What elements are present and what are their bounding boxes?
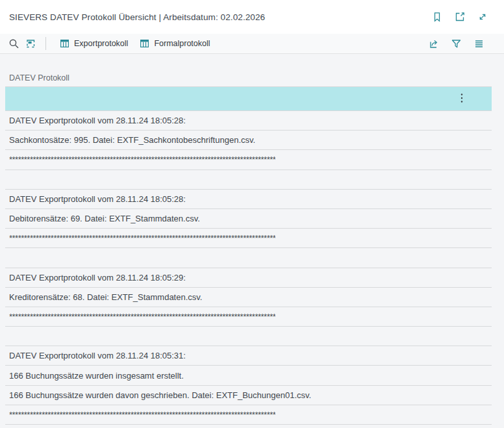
table-row[interactable]: DATEV Exportprotokoll vom 28.11.24 18:05… [5, 190, 492, 209]
protokoll-cell: Sachkontosätze: 995. Datei: EXTF_Sachkon… [9, 135, 255, 145]
table-row[interactable]: ****************************************… [5, 229, 492, 248]
table-row[interactable]: DATEV Exportprotokoll vom 28.11.24 18:05… [5, 268, 492, 288]
exportprotokoll-button[interactable]: Exportprotokoll [54, 36, 134, 51]
table-row[interactable]: 166 Buchungssätze wurden insgesamt erste… [5, 366, 492, 385]
filter-button[interactable] [447, 36, 464, 51]
column-header-datev-protokoll[interactable]: DATEV Protokoll [5, 62, 492, 87]
page-title: SIEVERS DATEV Protokoll Übersicht | Arbe… [9, 12, 265, 22]
open-in-new-window-icon [455, 12, 465, 22]
toolbar-divider [45, 37, 46, 50]
protokoll-cell: DATEV Exportprotokoll vom 28.11.24 18:05… [9, 194, 186, 204]
title-bar: SIEVERS DATEV Protokoll Übersicht | Arbe… [0, 0, 504, 34]
protokoll-cell: ****************************************… [9, 410, 275, 420]
exportprotokoll-label: Exportprotokoll [74, 39, 128, 48]
table-row[interactable]: ****************************************… [5, 405, 492, 425]
table-row[interactable] [5, 170, 492, 190]
table-row[interactable]: Sachkontosätze: 995. Datei: EXTF_Sachkon… [5, 131, 492, 150]
title-bar-actions [430, 10, 490, 24]
table-row[interactable] [5, 248, 492, 268]
table-row[interactable]: DATEV Exportprotokoll vom 28.11.24 18:05… [5, 346, 492, 366]
share-icon [428, 38, 439, 49]
show-list-button[interactable] [470, 36, 487, 51]
toolbar-right-actions [425, 36, 487, 51]
protokoll-cell: DATEV Exportprotokoll vom 28.11.24 18:05… [9, 351, 186, 360]
expand-icon [477, 12, 488, 22]
protokoll-cell: 166 Buchungssätze wurden davon geschrieb… [9, 390, 311, 400]
table-icon [140, 39, 149, 48]
protokoll-cell: ****************************************… [9, 233, 275, 243]
protokoll-cell: ****************************************… [9, 312, 275, 321]
table-row[interactable]: DATEV Exportprotokoll vom 28.11.24 18:05… [5, 111, 492, 131]
formalprotokoll-label: Formalprotokoll [154, 39, 210, 48]
protokoll-cell: Debitorensätze: 69. Datei: EXTF_Stammdat… [9, 214, 200, 223]
bookmark-icon [432, 12, 442, 22]
table-row[interactable]: Debitorensätze: 69. Datei: EXTF_Stammdat… [5, 209, 492, 229]
show-list-icon [473, 38, 485, 49]
search-button[interactable] [5, 36, 22, 51]
protokoll-cell: 166 Buchungssätze wurden insgesamt erste… [9, 371, 184, 381]
table-row[interactable]: 166 Buchungssätze wurden davon geschrieb… [5, 386, 492, 405]
filter-icon [451, 38, 462, 49]
bookmark-button[interactable] [430, 10, 444, 24]
protokoll-cell: ****************************************… [9, 155, 275, 164]
row-ellipsis-menu-button[interactable] [456, 92, 468, 106]
ellipsis-vertical-icon [460, 93, 463, 105]
protokoll-cell: DATEV Exportprotokoll vom 28.11.24 18:05… [9, 273, 186, 283]
table-row[interactable]: Kreditorensätze: 68. Datei: EXTF_Stammda… [5, 288, 492, 307]
table-icon [60, 39, 69, 48]
analyze-icon [25, 38, 36, 49]
formalprotokoll-button[interactable]: Formalprotokoll [134, 36, 216, 51]
protokoll-list: DATEV Protokoll DATEV Exportprotokoll vo… [0, 54, 504, 428]
action-toolbar: Exportprotokoll Formalprotokoll [0, 34, 504, 54]
share-button[interactable] [425, 36, 442, 51]
open-in-new-window-button[interactable] [453, 10, 467, 24]
table-row-selected[interactable] [5, 87, 492, 111]
protokoll-cell: Kreditorensätze: 68. Datei: EXTF_Stammda… [9, 292, 202, 302]
table-row[interactable]: ****************************************… [5, 150, 492, 170]
analyze-button[interactable] [22, 36, 39, 51]
protokoll-cell: DATEV Exportprotokoll vom 28.11.24 18:05… [9, 116, 186, 125]
search-icon [8, 38, 19, 49]
table-row[interactable] [5, 425, 492, 428]
expand-button[interactable] [475, 10, 490, 24]
table-row[interactable]: ****************************************… [5, 307, 492, 327]
table-row[interactable] [5, 327, 492, 346]
